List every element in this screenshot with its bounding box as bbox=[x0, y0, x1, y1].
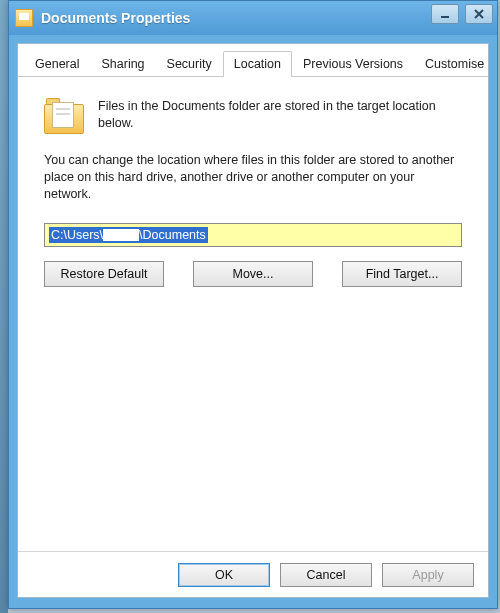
documents-folder-icon bbox=[44, 98, 84, 134]
apply-button: Apply bbox=[382, 563, 474, 587]
tab-sharing[interactable]: Sharing bbox=[90, 51, 155, 77]
path-redacted bbox=[103, 229, 139, 241]
tab-previous-versions[interactable]: Previous Versions bbox=[292, 51, 414, 77]
tab-panel-location: Files in the Documents folder are stored… bbox=[26, 80, 480, 549]
path-suffix: \Documents bbox=[139, 228, 206, 242]
svg-rect-0 bbox=[441, 16, 449, 18]
description-text: You can change the location where files … bbox=[44, 152, 462, 203]
minimize-button[interactable] bbox=[431, 4, 459, 24]
intro-row: Files in the Documents folder are stored… bbox=[44, 98, 462, 134]
intro-text: Files in the Documents folder are stored… bbox=[98, 98, 462, 134]
location-button-row: Restore Default Move... Find Target... bbox=[44, 261, 462, 287]
content-frame: General Sharing Security Location Previo… bbox=[17, 43, 489, 598]
close-icon bbox=[474, 9, 484, 19]
cancel-button[interactable]: Cancel bbox=[280, 563, 372, 587]
dialog-footer: OK Cancel Apply bbox=[18, 551, 488, 597]
location-path-input[interactable]: C:\Users\\Documents bbox=[44, 223, 462, 247]
window-title: Documents Properties bbox=[41, 10, 190, 26]
folder-icon bbox=[15, 9, 33, 27]
minimize-icon bbox=[440, 9, 450, 19]
find-target-button[interactable]: Find Target... bbox=[342, 261, 462, 287]
path-prefix: C:\Users\ bbox=[51, 228, 103, 242]
move-button[interactable]: Move... bbox=[193, 261, 313, 287]
tab-location[interactable]: Location bbox=[223, 51, 292, 77]
path-selection: C:\Users\\Documents bbox=[49, 227, 208, 243]
tab-strip: General Sharing Security Location Previo… bbox=[18, 44, 488, 77]
tab-security[interactable]: Security bbox=[156, 51, 223, 77]
background-edge bbox=[0, 0, 8, 613]
properties-dialog: Documents Properties General Sharing Sec… bbox=[8, 0, 498, 609]
tab-customise[interactable]: Customise bbox=[414, 51, 495, 77]
tab-general[interactable]: General bbox=[24, 51, 90, 77]
restore-default-button[interactable]: Restore Default bbox=[44, 261, 164, 287]
title-bar: Documents Properties bbox=[9, 1, 497, 35]
close-button[interactable] bbox=[465, 4, 493, 24]
ok-button[interactable]: OK bbox=[178, 563, 270, 587]
window-controls bbox=[431, 4, 493, 24]
